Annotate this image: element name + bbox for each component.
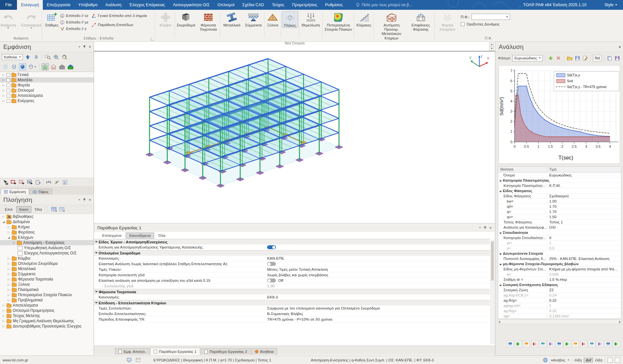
menu-item[interactable]: Προμετρήσεις <box>288 0 321 10</box>
property-row[interactable]: Κατηγορία Πλαστιμότητ... Κ.Π.Μ. <box>498 183 621 188</box>
visibility-checkbox[interactable] <box>7 89 10 92</box>
expander-icon[interactable]: ▷ <box>12 241 16 244</box>
status-website-link[interactable]: www.tol.com.gr <box>3 356 28 364</box>
property-row[interactable]: α= 0.005 <box>498 272 621 277</box>
select-crossing-button[interactable] <box>18 179 25 186</box>
property-row[interactable]: qv= 1.50 <box>498 214 621 220</box>
menu-item[interactable]: Έλεγχος Επάρκειας <box>125 0 169 10</box>
display-tree-item[interactable]: ▷ Μοντέλο <box>0 77 94 83</box>
menu-item[interactable]: Ανάλυση <box>102 0 125 10</box>
property-value[interactable]: ΟΧΙ <box>547 225 621 229</box>
property-row[interactable]: ag.R/g-EC8.1= 0.24 <box>498 293 621 298</box>
visibility-checkbox[interactable] <box>7 73 10 77</box>
undo-button[interactable]: Αναίρεση <box>0 11 17 29</box>
property-value[interactable]: 25% - ΚΑΝ.ΕΠΕ. Ελαστική Ανάλυση <box>547 257 621 261</box>
expander-icon[interactable]: ▷ <box>2 319 5 323</box>
status-assessment-settings[interactable]: Αποτίμηση-Ενισχύσεις | q-Καθολ.Συντ.Συμπ… <box>311 356 434 364</box>
status-mini-button[interactable] <box>607 357 613 363</box>
display-tree-item[interactable]: ▷ Φορτία <box>0 83 94 88</box>
select-window-button[interactable] <box>10 179 17 186</box>
expander-icon[interactable]: ▷ <box>2 215 5 218</box>
filter-combobox[interactable]: Καθολικ <box>2 54 23 60</box>
menu-item[interactable]: Λειτουργικότητα Ο/Σ <box>169 0 214 10</box>
panel-menu-icon[interactable] <box>479 227 481 228</box>
generic-level-button[interactable]: Γενικό Επίπεδο από 3 σημεία <box>92 13 147 19</box>
dimension-tool-button[interactable]: d <box>45 179 52 186</box>
form-row[interactable]: Φέρουσα Τοιχοποιία <box>94 289 490 295</box>
foundation-button[interactable]: Θεμελίωση <box>300 11 322 27</box>
property-value[interactable]: 1.70 <box>547 210 621 214</box>
style-menu[interactable]: Style <box>604 0 617 10</box>
expander-icon[interactable]: ◢ <box>7 236 10 239</box>
menu-item[interactable]: Υπόβαθρο <box>74 0 101 10</box>
mini-tool-icon[interactable] <box>564 341 571 347</box>
field-value[interactable]: 1.00 <box>267 284 490 288</box>
field-value[interactable]: ΕΚ8-3 <box>267 295 490 299</box>
status-grid-toggle[interactable]: κάναβος <box>551 358 565 362</box>
open-spectrum-button[interactable] <box>567 54 573 62</box>
toggle-switch[interactable] <box>267 279 276 282</box>
bottom-tab[interactable]: Βοήθεια <box>251 348 277 355</box>
section-collapse-icon[interactable] <box>94 252 99 254</box>
property-value[interactable]: 1.5 %-Hορ <box>547 278 621 281</box>
property-value[interactable]: 0.32 <box>547 309 621 313</box>
property-row[interactable]: Είδος Φάσματος <box>498 188 621 193</box>
panel-menu-icon[interactable] <box>78 199 80 201</box>
property-grid-hscrollbar[interactable] <box>498 320 621 324</box>
concrete-button[interactable]: Σκυρόδεμα <box>175 11 196 27</box>
move-down-button[interactable] <box>33 53 40 61</box>
status-mini-button[interactable] <box>615 357 620 363</box>
work-window-tab[interactable]: Επιλεγμένα <box>99 233 125 238</box>
property-value[interactable]: II <box>547 236 621 240</box>
mini-tool-icon[interactable] <box>548 341 554 347</box>
redo-dropdown-icon[interactable] <box>30 27 32 29</box>
scrollbar-thumb[interactable] <box>491 241 494 281</box>
status-snap-toggle[interactable]: έλξη <box>574 358 582 362</box>
level-xz-button[interactable]: A Επίπεδο // xz <box>60 13 88 19</box>
property-row[interactable]: Κατηγορία Πλαστιμότητας <box>498 178 621 183</box>
property-value[interactable]: 1.70 <box>547 205 621 208</box>
expander-icon[interactable]: ▷ <box>7 298 10 302</box>
expander-icon[interactable]: ▷ <box>7 225 10 229</box>
property-row[interactable]: Στάθμη dr = 1.5 %-Hορ <box>498 277 621 282</box>
pin-icon[interactable] <box>83 45 86 49</box>
field-value[interactable]: Off <box>267 278 490 283</box>
field-value[interactable]: Β-Σημαντικές Βλάβες <box>267 311 490 316</box>
field-value[interactable]: Σύμφωνα με τον επιλεγμένο κανονισμό για … <box>267 306 490 311</box>
redo-button[interactable]: Επαναφορά <box>20 11 42 29</box>
nav-tree-item[interactable]: ▷ Ξύλινα <box>0 282 94 287</box>
property-value[interactable]: Κτήρια με μη-φέροντα στοιχεία από Ψα... <box>547 267 621 271</box>
nav-tree-item[interactable]: Έλεγχος Λειτουργικότητας Ο/Σ <box>0 250 94 256</box>
property-value[interactable]: 3.1392 m/s² <box>547 314 621 318</box>
select-add-button[interactable] <box>2 179 9 186</box>
mini-tool-icon[interactable] <box>597 341 603 347</box>
nav-tree-item[interactable]: ▷ Φέρουσα Τοιχοποιία <box>0 277 94 282</box>
menu-item[interactable]: Ρυθμίσεις <box>321 0 346 10</box>
field-value[interactable]: TR=475 χρόνια - P=10% σε 50 χρόνια <box>267 317 490 322</box>
solid-view-gray-button[interactable] <box>58 63 66 70</box>
form-row[interactable]: Περίοδος Επαναφοράς TR: TR=475 χρόνια - … <box>94 317 490 322</box>
mini-tool-icon[interactable] <box>588 341 595 347</box>
menu-item[interactable]: Τεύχος <box>268 0 288 10</box>
work-window-header[interactable]: Παράθυρο Εργασίας 1 × <box>94 223 495 232</box>
property-value[interactable]: Κ.Π.Μ. <box>547 184 621 188</box>
steel-button[interactable]: Μεταλλικά <box>221 11 243 27</box>
scroll-right-icon[interactable] <box>619 321 621 323</box>
view-style-dropdown[interactable] <box>27 63 37 70</box>
visibility-checkbox[interactable] <box>7 78 10 82</box>
property-row[interactable]: v= 0.5 <box>498 246 621 251</box>
frame-view-green-button[interactable] <box>41 63 49 70</box>
menu-item[interactable]: Σχέδια CAD <box>238 0 268 10</box>
expander-icon[interactable]: ▷ <box>7 272 10 276</box>
scroll-down-button[interactable] <box>489 47 494 51</box>
mini-tool-icon[interactable] <box>605 341 612 347</box>
export-spectrum-button[interactable] <box>614 54 620 62</box>
expander-icon[interactable]: ▷ <box>2 325 5 328</box>
property-row[interactable]: ag.R/g= 0.32 <box>498 308 621 313</box>
mini-tool-icon[interactable] <box>580 341 587 347</box>
delete-spectrum-button[interactable] <box>555 54 562 62</box>
mini-tool-icon[interactable] <box>515 341 522 347</box>
property-row[interactable]: q0= 1.70 <box>498 204 621 209</box>
expander-icon[interactable]: ▷ <box>7 231 10 234</box>
nav-tab-visible[interactable]: Εικον <box>16 206 31 213</box>
